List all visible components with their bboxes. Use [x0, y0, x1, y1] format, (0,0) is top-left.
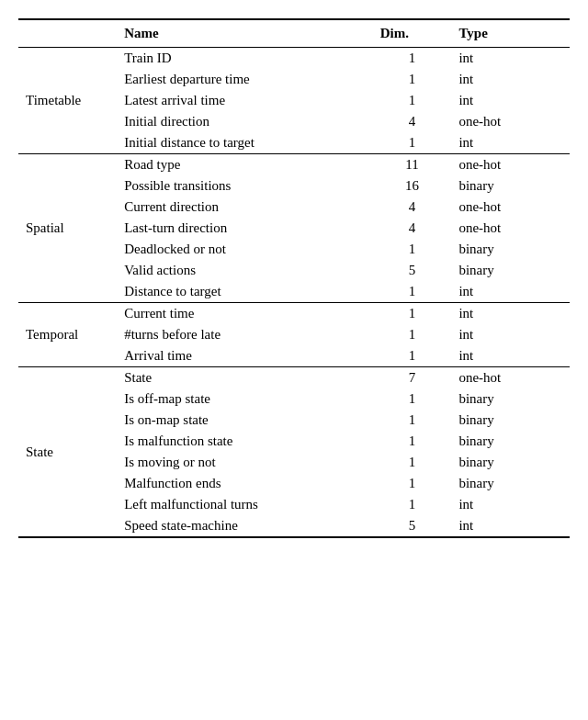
table-row: StateState7one-hot [18, 367, 570, 389]
row-type: binary [451, 260, 570, 281]
section-label: Temporal [18, 303, 117, 367]
row-dim: 1 [373, 452, 452, 473]
section-label: Spatial [18, 154, 117, 303]
row-name: Speed state-machine [117, 515, 373, 537]
row-dim: 1 [373, 324, 452, 345]
row-type: int [451, 345, 570, 367]
row-dim: 16 [373, 175, 452, 197]
row-name: Is on-map state [117, 410, 373, 431]
row-type: int [451, 132, 570, 154]
row-name: Current direction [117, 197, 373, 218]
data-table: Name Dim. Type TimetableTrain ID1intEarl… [18, 18, 570, 538]
row-dim: 1 [373, 303, 452, 325]
row-name: Possible transitions [117, 175, 373, 197]
row-dim: 1 [373, 132, 452, 154]
row-type: one-hot [451, 154, 570, 176]
row-type: int [451, 48, 570, 70]
row-type: one-hot [451, 197, 570, 218]
row-type: int [451, 90, 570, 111]
row-dim: 4 [373, 218, 452, 239]
row-name: Is moving or not [117, 452, 373, 473]
main-container: Name Dim. Type TimetableTrain ID1intEarl… [18, 18, 570, 538]
row-dim: 11 [373, 154, 452, 176]
row-type: int [451, 281, 570, 303]
row-name: Train ID [117, 48, 373, 70]
row-dim: 1 [373, 69, 452, 90]
row-type: int [451, 494, 570, 515]
row-type: binary [451, 431, 570, 452]
row-type: int [451, 515, 570, 537]
row-dim: 1 [373, 281, 452, 303]
row-name: Last-turn direction [117, 218, 373, 239]
row-name: Is off-map state [117, 388, 373, 410]
row-name: Latest arrival time [117, 90, 373, 111]
header-dim: Dim. [373, 19, 452, 48]
row-dim: 1 [373, 239, 452, 260]
row-dim: 1 [373, 48, 452, 70]
header-name: Name [117, 19, 373, 48]
row-dim: 1 [373, 473, 452, 494]
row-dim: 7 [373, 367, 452, 389]
row-name: Current time [117, 303, 373, 325]
row-dim: 5 [373, 515, 452, 537]
row-name: Malfunction ends [117, 473, 373, 494]
table-row: TemporalCurrent time1int [18, 303, 570, 325]
row-dim: 1 [373, 410, 452, 431]
row-type: binary [451, 388, 570, 410]
row-name: Deadlocked or not [117, 239, 373, 260]
row-name: Earliest departure time [117, 69, 373, 90]
row-dim: 5 [373, 260, 452, 281]
row-type: binary [451, 452, 570, 473]
row-dim: 1 [373, 494, 452, 515]
row-name: Arrival time [117, 345, 373, 367]
table-row: TimetableTrain ID1int [18, 48, 570, 70]
section-label: State [18, 367, 117, 538]
row-dim: 1 [373, 388, 452, 410]
row-name: Road type [117, 154, 373, 176]
header-type: Type [451, 19, 570, 48]
row-type: int [451, 324, 570, 345]
row-type: one-hot [451, 218, 570, 239]
row-name: Initial direction [117, 111, 373, 132]
row-type: int [451, 303, 570, 325]
row-type: binary [451, 473, 570, 494]
row-type: binary [451, 175, 570, 197]
row-dim: 1 [373, 431, 452, 452]
row-dim: 4 [373, 197, 452, 218]
row-type: binary [451, 410, 570, 431]
row-name: State [117, 367, 373, 389]
row-type: one-hot [451, 367, 570, 389]
row-name: #turns before late [117, 324, 373, 345]
table-row: SpatialRoad type11one-hot [18, 154, 570, 176]
header-category [18, 19, 117, 48]
row-dim: 4 [373, 111, 452, 132]
row-dim: 1 [373, 90, 452, 111]
row-type: int [451, 69, 570, 90]
row-type: one-hot [451, 111, 570, 132]
row-name: Distance to target [117, 281, 373, 303]
row-dim: 1 [373, 345, 452, 367]
section-label: Timetable [18, 48, 117, 154]
row-name: Valid actions [117, 260, 373, 281]
row-name: Left malfunctional turns [117, 494, 373, 515]
row-type: binary [451, 239, 570, 260]
row-name: Is malfunction state [117, 431, 373, 452]
row-name: Initial distance to target [117, 132, 373, 154]
